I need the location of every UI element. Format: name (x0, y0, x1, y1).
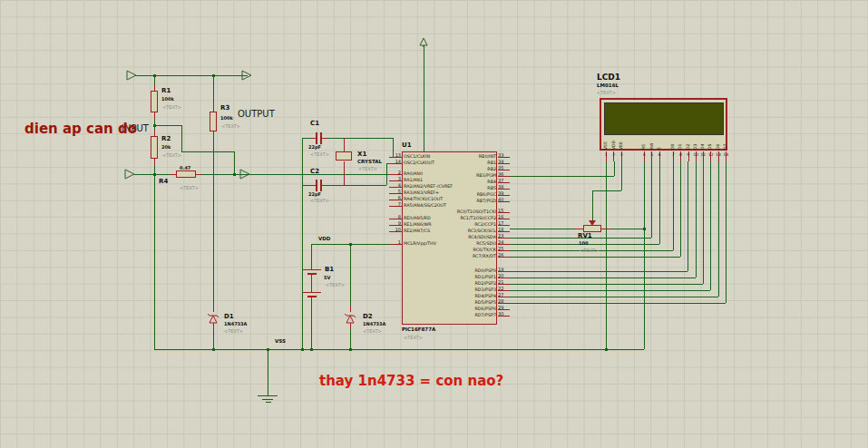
wire (213, 306, 214, 312)
x1-ref: X1 (357, 151, 366, 158)
pin-row: RC3/SCK/SCL18 (416, 228, 496, 234)
wire (510, 278, 696, 278)
c2-ref: C2 (310, 168, 319, 175)
r1-text: <TEXT> (162, 104, 181, 110)
wire (311, 263, 312, 269)
zener-diode-D1[interactable] (207, 312, 219, 324)
wire (350, 244, 351, 312)
wire (213, 131, 214, 312)
junction-dot (153, 124, 156, 127)
lcd-pin-number: 14 (722, 152, 729, 157)
lcd-pin-number: 12 (707, 152, 714, 157)
pin-row: RD7/PSP730 (416, 312, 496, 318)
pin-row: RC2/CCP117 (416, 221, 496, 228)
power-terminal-icon[interactable] (418, 36, 429, 47)
wire (317, 180, 317, 191)
pin-row: RB437 (416, 179, 496, 185)
lcd-pin-number: 3 (618, 152, 626, 157)
lcd-pin-label: D7 (722, 132, 729, 150)
d2-value: 1N4733A (363, 321, 385, 326)
wire (322, 185, 386, 186)
crystal-X1[interactable] (336, 151, 352, 161)
r2-ref: R2 (161, 135, 171, 142)
wire (303, 292, 321, 293)
pin-row: RB235 (416, 166, 496, 172)
wire (703, 161, 704, 284)
x1-text: <TEXT> (358, 166, 377, 171)
lcd-pin-numbers-2: 456 (640, 152, 664, 157)
potentiometer-RV1[interactable] (583, 225, 601, 232)
lcd1-part: LM016L (597, 83, 619, 89)
resistor-R3[interactable] (210, 112, 217, 131)
wire (154, 125, 181, 126)
lcd-pin-number: 7 (669, 152, 677, 157)
wire (213, 131, 214, 138)
r1-ref: R1 (161, 87, 171, 94)
u1-part: PIC16F877A (402, 326, 435, 333)
wire (424, 45, 424, 151)
lcd-screen (604, 102, 724, 135)
lcd-pin-numbers-1: 123 (602, 152, 626, 157)
lcd-pin-numbers-3: 7891011121314 (669, 152, 729, 157)
wire (196, 174, 402, 175)
note-question: thay 1n4733 = con nao? (319, 374, 503, 388)
wire (651, 161, 652, 238)
lcd-pin-number: 9 (685, 152, 692, 157)
output-terminal-bottom-icon[interactable] (239, 169, 250, 180)
lcd-pin-label: VEE (618, 132, 626, 150)
pin-row: RC1/T1OSI/CCP216 (416, 215, 496, 221)
wire (321, 180, 322, 191)
input-terminal-bottom-icon[interactable] (124, 169, 135, 180)
wire (262, 399, 273, 400)
output-terminal-top-icon[interactable] (241, 70, 252, 81)
zener-diode-D2[interactable] (344, 312, 356, 324)
c1-ref: C1 (310, 120, 319, 127)
lcd-pin-label: D5 (707, 132, 714, 150)
resistor-R4[interactable] (176, 170, 196, 178)
r3-ref: R3 (220, 104, 229, 112)
b1-ref: B1 (325, 266, 334, 273)
wire (574, 229, 583, 229)
b1-value: 5V (324, 275, 330, 280)
wire (268, 349, 268, 395)
lcd-pin-number: 1 (602, 152, 610, 157)
wire (181, 125, 182, 151)
wire (710, 161, 711, 290)
resistor-R2[interactable] (151, 136, 158, 159)
resistor-R1[interactable] (151, 91, 158, 112)
u1-ref: U1 (402, 141, 412, 149)
schematic-canvas: 13OSC1/CLKIN14OSC2/CLKOUT 2RA0/AN03RA1/A… (0, 0, 868, 448)
r4-ref: R4 (159, 178, 168, 185)
wire (196, 174, 201, 175)
pin-row: RD5/PSP528 (416, 299, 496, 306)
wire (307, 274, 317, 275)
r4-text: <TEXT> (180, 185, 199, 190)
input-terminal-top-icon[interactable] (126, 70, 137, 81)
wire (688, 161, 688, 271)
lcd-pin-label: D3 (692, 132, 699, 150)
wire (311, 274, 312, 292)
lcd-pin-label: VSS (602, 132, 610, 150)
c1-text: <TEXT> (310, 151, 329, 157)
junction-dot (349, 243, 352, 246)
junction-dot (643, 228, 646, 230)
wire (644, 229, 645, 349)
wire (154, 159, 155, 349)
lcd-pin-number: 11 (699, 152, 707, 157)
d1-text: <TEXT> (224, 328, 243, 334)
pin-row: RB0/INT33 (416, 153, 496, 160)
pin-row: RB7/PGD40 (416, 198, 496, 204)
wire (601, 229, 610, 229)
lcd-pin-labels-1: VSSVDDVEE (602, 132, 626, 150)
lcd-pin-label: D1 (677, 132, 684, 150)
lcd-pin-labels-3: D0D1D2D3D4D5D6D7 (669, 132, 729, 150)
lcd-pin-number: 8 (677, 152, 684, 157)
lcd-pin-label: D6 (715, 132, 722, 150)
wire (592, 190, 621, 191)
u1-text: <TEXT> (404, 335, 423, 340)
wire (510, 290, 710, 291)
wire (213, 105, 214, 112)
lcd-pin-number: 10 (692, 152, 699, 157)
pin-row: RD6/PSP629 (416, 306, 496, 312)
wire (302, 138, 303, 349)
